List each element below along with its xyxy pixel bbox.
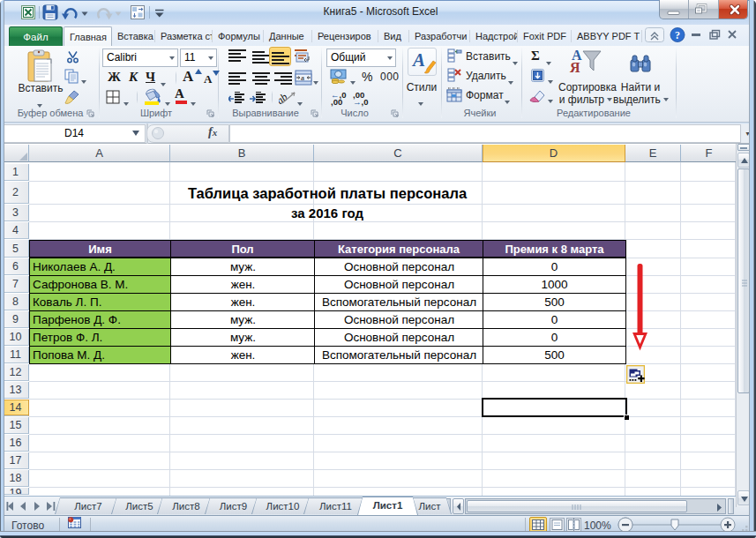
svg-text:a: a	[301, 73, 304, 82]
svg-text:?: ?	[675, 29, 680, 41]
